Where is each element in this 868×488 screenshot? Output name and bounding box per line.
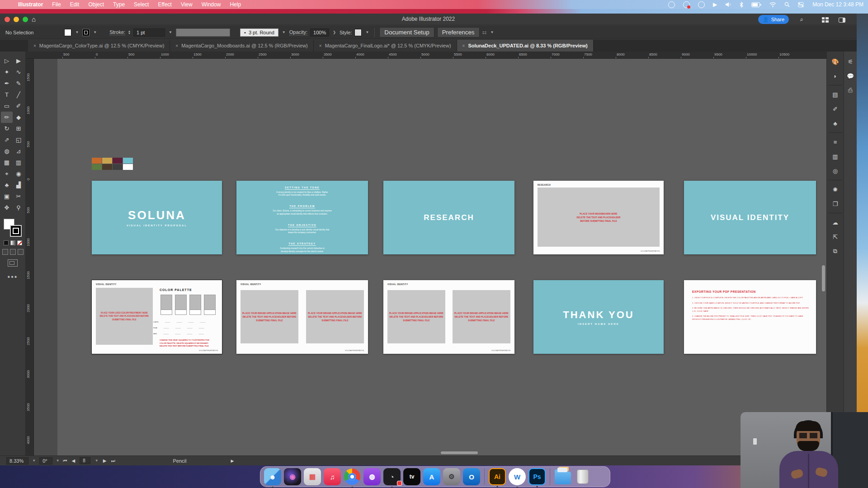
selection-tool-icon[interactable]: ▶ [13,55,24,66]
symbol-sprayer-tool-icon[interactable]: ♣ [1,179,13,191]
free-transform-tool-icon[interactable]: ◱ [13,134,24,145]
screen-record-status-icon[interactable] [683,1,690,8]
close-tab-icon[interactable]: × [319,43,322,48]
document-tab[interactable]: ×SolunaDeck_UPDATED.ai @ 8.33 % (RGB/Pre… [457,40,594,52]
artwork-color-chip[interactable] [113,164,123,170]
horizontal-scrollbar-thumb[interactable] [441,451,478,454]
close-tab-icon[interactable]: × [33,43,36,48]
dock-chrome-icon[interactable] [344,468,361,485]
artboard-slide-9[interactable]: THANK YOUINSERT NAME HERE [533,280,664,354]
document-setup-button[interactable]: Document Setup [379,27,434,38]
stroke-color-swatch[interactable] [82,29,90,36]
artboard-slide-8[interactable]: VISUAL IDENTITYPLACE YOUR BRAND APPLICAT… [383,280,514,354]
rectangle-tool-icon[interactable]: ▭ [1,100,13,112]
eyedropper-tool-icon[interactable]: ⌖ [1,168,13,179]
transparency-panel-icon[interactable]: ◎ [830,165,841,177]
close-tab-icon[interactable]: × [462,43,465,48]
dock-downloads-folder-icon[interactable] [554,468,571,485]
dock-siri-icon[interactable]: ◉ [284,468,301,485]
scale-tool-icon[interactable]: ⊞ [13,123,24,134]
libraries-panel-icon[interactable]: ☁ [830,216,841,228]
dock-trash-icon[interactable] [574,468,591,485]
export-as-panel-icon[interactable]: ⎙ [844,84,856,96]
dock-music-icon[interactable]: ♫ [324,468,341,485]
type-tool-icon[interactable]: T [1,89,13,100]
artboard-slide-5[interactable]: VISUAL IDENTITY [684,181,816,254]
menu-object[interactable]: Object [88,1,104,8]
obs-status-icon[interactable] [668,1,675,8]
perspective-grid-tool-icon[interactable]: ⊿ [13,145,24,157]
swatches-panel-icon[interactable]: ▤ [830,89,841,100]
opacity-value[interactable]: 100% [310,28,329,37]
stroke-panel-icon[interactable]: ≡ [830,136,841,148]
magic-wand-tool-icon[interactable]: ✦ [1,66,13,78]
next-artboard-button[interactable]: ▶ [103,458,107,463]
brush-definition-value[interactable]: • 3 pt. Round [240,28,278,37]
color-guide-panel-icon[interactable]: ◗ [830,70,841,82]
comments-panel-icon[interactable]: 💬 [844,70,856,82]
edit-toolbar-button[interactable]: ••• [0,273,25,281]
dock-app-store-icon[interactable]: A [423,468,440,485]
slice-tool-icon[interactable]: ✂ [13,191,24,202]
zoom-chevron-icon[interactable]: ▼ [32,459,36,463]
curvature-tool-icon[interactable]: ✎ [13,78,24,89]
artboard-slide-4[interactable]: RESEARCHPLACE YOUR MOODBOARD HERE DELETE… [533,181,664,254]
vertical-ruler[interactable]: 1500100050005001000150020002500300035004… [26,59,34,455]
horizontal-ruler[interactable]: 5000500100015002000250030003500400045005… [26,52,826,59]
stroke-weight-label[interactable]: Stroke: [109,29,125,35]
none-button[interactable] [17,240,22,245]
dock-outlook-icon[interactable]: O [463,468,480,485]
fill-color-swatch[interactable] [64,29,71,36]
opacity-label[interactable]: Opacity: [289,29,307,35]
gradient-button[interactable] [10,240,15,245]
menu-help[interactable]: Help [230,1,241,8]
appearance-panel-icon[interactable]: ✺ [830,183,841,195]
stroke-weight-stepper[interactable]: ▲▼ [128,30,131,35]
mesh-tool-icon[interactable]: ▦ [1,157,13,168]
pencil-tool-icon[interactable]: ✏ [1,112,13,123]
shaper-tool-icon[interactable]: ◆ [13,112,24,123]
screen-mode-button[interactable] [8,259,18,267]
blend-tool-icon[interactable]: ◉ [13,168,24,179]
document-tab[interactable]: ×MagentaCargo_FinalLogo.ai* @ 12.5 % (CM… [314,40,457,52]
artboard-number-field[interactable]: 8 [80,457,90,464]
gradient-tool-icon[interactable]: ▥ [13,157,24,168]
dock-podcasts-icon[interactable]: ◍ [363,468,381,485]
dock-word-icon[interactable]: W [509,468,526,485]
artwork-color-chip[interactable] [102,164,112,170]
draw-normal-mode-button[interactable] [2,249,8,255]
export-panel-icon[interactable]: ⇱ [830,231,841,243]
draw-behind-mode-button[interactable] [10,249,16,255]
wifi-icon[interactable] [769,2,776,7]
artwork-color-chip[interactable] [123,158,133,164]
direct-selection-tool-icon[interactable]: ▷ [1,55,13,66]
draw-inside-mode-button[interactable] [18,249,24,255]
stroke-weight-chevron-icon[interactable]: ▼ [169,30,172,34]
artboard-slide-3[interactable]: RESEARCH [383,181,514,254]
play-status-icon[interactable]: ▶ [713,1,717,8]
artwork-color-chip[interactable] [102,158,112,164]
volume-icon[interactable] [725,2,731,7]
artwork-color-chip[interactable] [92,164,102,170]
fill-stroke-indicator[interactable] [4,219,22,237]
dock-illustrator-icon[interactable]: Ai [489,468,506,485]
menu-illustrator[interactable]: Illustrator [18,1,43,8]
close-tab-icon[interactable]: × [175,43,178,48]
rotate-tool-icon[interactable]: ↻ [1,123,13,134]
control-center-icon[interactable] [798,2,804,7]
shear-tool-icon[interactable]: ⇗ [1,134,13,145]
menu-view[interactable]: View [181,1,193,8]
camera-status-icon[interactable] [698,1,705,8]
last-artboard-button[interactable]: ⏭ [111,458,115,464]
menu-file[interactable]: File [52,1,61,8]
color-button[interactable] [4,240,9,245]
dock-photoshop-icon[interactable]: Ps [528,468,546,485]
properties-panel-icon[interactable]: ⚟ [844,56,856,67]
zoom-tool-icon[interactable]: ⚲ [13,202,24,213]
search-icon[interactable]: ⌕ [800,16,803,23]
panel-layout-icon[interactable] [839,16,845,24]
status-bar-arrow-icon[interactable]: ▶ [231,459,234,463]
dock-apple-tv-icon[interactable]: tv [403,468,420,485]
lasso-tool-icon[interactable]: ∿ [13,66,24,78]
document-tab[interactable]: ×MagentaCargo_ColorType.ai @ 12.5 % (CMY… [28,40,170,52]
